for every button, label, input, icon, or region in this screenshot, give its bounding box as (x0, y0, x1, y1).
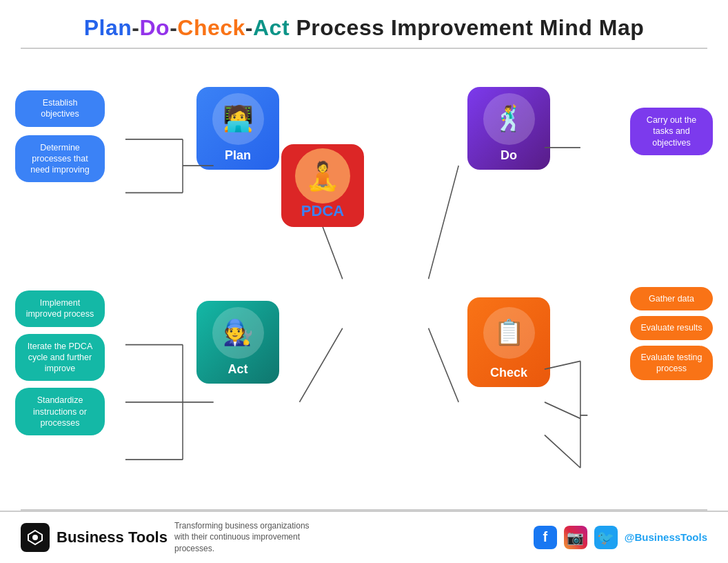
footer-tagline: Transforming business organizations with… (174, 520, 326, 555)
act-label: Act (228, 362, 247, 377)
logo-svg (27, 529, 43, 546)
pdca-center-card: 🧘 PDCA (281, 144, 364, 227)
title-rest: Process Improvement Mind Map (290, 15, 644, 40)
plan-person-icon: 🧑‍💻 (212, 93, 264, 145)
twitter-icon: 🐦 (594, 526, 618, 549)
svg-line-10 (299, 328, 342, 402)
pdca-label: PDCA (301, 202, 344, 220)
plan-illustration: 🧑‍💻 (196, 87, 279, 150)
pdca-illustration: 🧘 (281, 144, 364, 208)
check-node-evaluate-testing: Evaluate testing process (630, 346, 713, 381)
plan-left-nodes: Establish objectives Determine processes… (15, 90, 105, 182)
mindmap-container: Establish objectives Determine processes… (0, 49, 728, 509)
check-illustration: 📋 (467, 297, 550, 368)
page: Plan-Do-Check-Act Process Improvement Mi… (0, 0, 728, 563)
act-person-icon: 🧑‍🔧 (212, 307, 264, 359)
do-label: Do (501, 148, 517, 163)
do-card: 🕺 Do (467, 87, 550, 170)
svg-line-11 (429, 166, 459, 279)
act-left-nodes: Implement improved process Iterate the P… (15, 290, 105, 435)
footer: Business Tools Transforming business org… (0, 511, 728, 563)
footer-logo-icon (21, 523, 50, 552)
act-node-standardize: Standardize instructions or processes (15, 388, 105, 435)
act-word: Act (253, 15, 290, 40)
check-word: Check (177, 15, 245, 40)
do-word: Do (139, 15, 170, 40)
page-title: Plan-Do-Check-Act Process Improvement Mi… (28, 15, 700, 41)
act-node-iterate: Iterate the PDCA cycle and further impro… (15, 334, 105, 382)
instagram-icon: 📷 (564, 526, 587, 549)
plan-label: Plan (225, 148, 251, 163)
do-illustration: 🕺 (467, 87, 550, 150)
check-right-nodes: Gather data Evaluate results Evaluate te… (630, 287, 713, 380)
check-node-evaluate-results: Evaluate results (630, 316, 713, 339)
act-illustration: 🧑‍🔧 (196, 301, 279, 364)
svg-line-16 (545, 435, 580, 468)
check-label: Check (490, 366, 527, 380)
svg-line-12 (429, 328, 459, 402)
header: Plan-Do-Check-Act Process Improvement Mi… (0, 0, 728, 48)
plan-node-determine: Determine processes that need improving (15, 135, 105, 183)
act-card: 🧑‍🔧 Act (196, 301, 279, 384)
facebook-icon: f (534, 526, 557, 549)
pdca-icon: 🧘 (295, 148, 350, 204)
do-node-carry: Carry out the tasks and objectives (630, 108, 713, 155)
check-card: 📋 Check (467, 297, 550, 387)
footer-left: Business Tools Transforming business org… (21, 520, 326, 555)
plan-word: Plan (84, 15, 132, 40)
social-handle: @BusinessTools (625, 531, 707, 543)
footer-right: f 📷 🐦 @BusinessTools (534, 526, 707, 549)
footer-brand-text: Business Tools (57, 529, 168, 546)
svg-point-20 (32, 535, 38, 540)
do-person-icon: 🕺 (483, 93, 535, 145)
svg-line-15 (545, 402, 580, 419)
act-node-implement: Implement improved process (15, 290, 105, 327)
connector-lines (0, 49, 728, 509)
check-node-gather: Gather data (630, 287, 713, 310)
do-right-nodes: Carry out the tasks and objectives (630, 108, 713, 155)
plan-card: 🧑‍💻 Plan (196, 87, 279, 170)
check-icon: 📋 (483, 307, 535, 359)
plan-node-establish: Establish objectives (15, 90, 105, 127)
